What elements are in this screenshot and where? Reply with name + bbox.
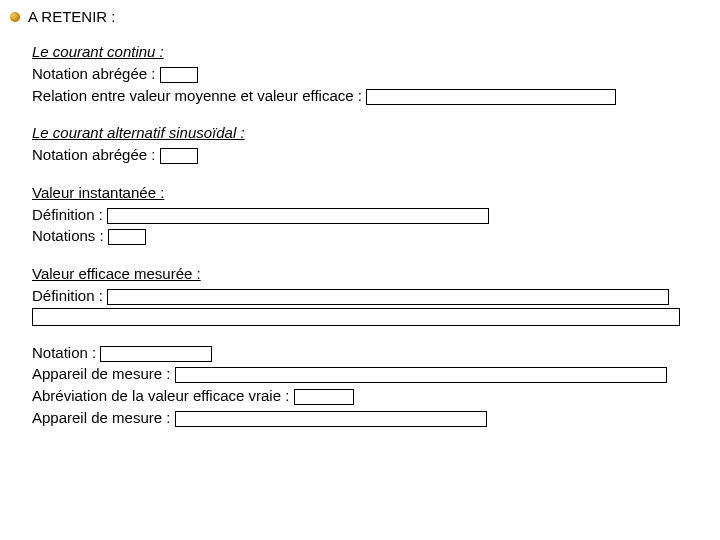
label-ve-definition: Définition : xyxy=(32,287,103,304)
blank-ve-definition-line2[interactable] xyxy=(32,308,680,326)
section-courant-alternatif: Le courant alternatif sinusoïdal : xyxy=(10,122,710,144)
section-valeur-instantanee: Valeur instantanée : xyxy=(10,182,710,204)
label-ca-notation: Notation abrégée : xyxy=(32,146,155,163)
label-notation: Notation : xyxy=(32,344,96,361)
row-notation: Notation : xyxy=(10,342,710,364)
blank-abreviation[interactable] xyxy=(294,389,354,405)
section-courant-continu: Le courant continu : xyxy=(10,41,710,63)
blank-ve-definition-line1[interactable] xyxy=(107,289,669,305)
row-cc-relation: Relation entre valeur moyenne et valeur … xyxy=(10,85,710,107)
label-abreviation: Abréviation de la valeur efficace vraie … xyxy=(32,387,289,404)
label-appareil2: Appareil de mesure : xyxy=(32,409,170,426)
blank-vi-notations[interactable] xyxy=(108,229,146,245)
row-appareil1: Appareil de mesure : xyxy=(10,363,710,385)
blank-appareil2[interactable] xyxy=(175,411,487,427)
label-appareil1: Appareil de mesure : xyxy=(32,365,170,382)
blank-notation[interactable] xyxy=(100,346,212,362)
blank-vi-definition[interactable] xyxy=(107,208,489,224)
blank-cc-relation[interactable] xyxy=(366,89,616,105)
section-valeur-efficace: Valeur efficace mesurée : xyxy=(10,263,710,285)
bullet-icon xyxy=(10,12,20,22)
row-ca-notation: Notation abrégée : xyxy=(10,144,710,166)
label-cc-notation: Notation abrégée : xyxy=(32,65,155,82)
row-vi-definition: Définition : xyxy=(10,204,710,226)
row-appareil2: Appareil de mesure : xyxy=(10,407,710,429)
page-title: A RETENIR : xyxy=(28,8,116,25)
blank-appareil1[interactable] xyxy=(175,367,667,383)
label-vi-definition: Définition : xyxy=(32,206,103,223)
label-cc-relation: Relation entre valeur moyenne et valeur … xyxy=(32,87,362,104)
label-vi-notations: Notations : xyxy=(32,227,104,244)
blank-cc-notation[interactable] xyxy=(160,67,198,83)
row-vi-notations: Notations : xyxy=(10,225,710,247)
row-abreviation: Abréviation de la valeur efficace vraie … xyxy=(10,385,710,407)
row-cc-notation: Notation abrégée : xyxy=(10,63,710,85)
blank-ca-notation[interactable] xyxy=(160,148,198,164)
header-row: A RETENIR : xyxy=(10,8,710,25)
row-ve-definition: Définition : xyxy=(10,285,710,307)
